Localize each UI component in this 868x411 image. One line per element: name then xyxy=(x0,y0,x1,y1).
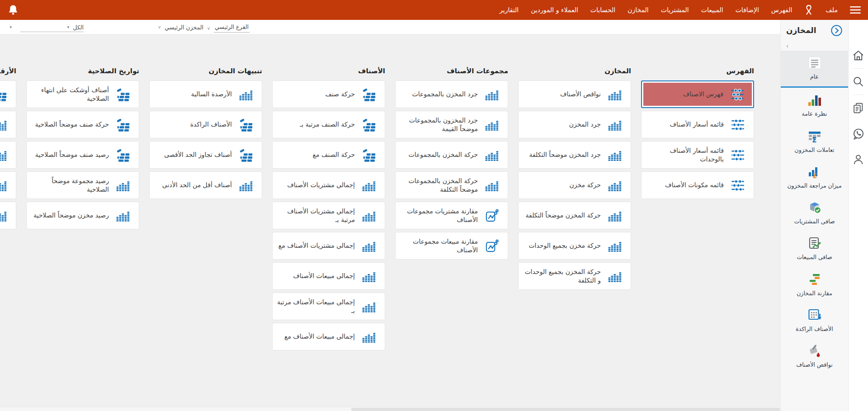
scrollbar-thumb[interactable] xyxy=(351,408,780,411)
report-card[interactable]: إجمالى مشتريات الأصناف xyxy=(272,171,385,199)
report-card[interactable]: فهرس الاصناف xyxy=(641,80,754,108)
card-label: إجمالى مشتريات الأصناف مرتبة بـ xyxy=(275,207,355,223)
scope-select[interactable]: ▾ الكل xyxy=(20,23,84,32)
equalizer-icon xyxy=(360,300,377,313)
card-label: إجمالى مشتريات الأصناف مع xyxy=(278,241,355,250)
nav-item-7[interactable]: العملاء و الموردين xyxy=(531,6,578,14)
report-card[interactable]: حركة مخزن بجميع الوحدات xyxy=(518,232,631,260)
report-card[interactable]: جرد المخزن بالمجموعات xyxy=(395,80,508,108)
report-card[interactable]: إجمالى مشتريات الأصناف مرتبة بـ xyxy=(272,202,385,229)
sidebar-item-6[interactable]: مقارنة المخازن xyxy=(781,267,848,303)
report-card[interactable]: الأرصدة السالبة xyxy=(149,80,262,108)
report-card[interactable]: جرد المخزن xyxy=(518,111,631,138)
equalizer-icon xyxy=(360,209,377,222)
sidebar-item-3[interactable]: Σميزان مراجعة المخزون xyxy=(781,160,848,195)
card-label: حركة صنف xyxy=(325,90,355,98)
report-card[interactable]: حركة الصنف مرتبة بـ xyxy=(272,111,385,138)
module-header: المخازن xyxy=(781,20,848,41)
report-card[interactable] xyxy=(0,141,16,169)
report-card[interactable]: إجمالى مبيعات الأصناف مع xyxy=(272,323,385,350)
equalizer-icon xyxy=(606,239,623,253)
equalizer-icon xyxy=(606,209,623,222)
report-card[interactable]: حركة المخزن بالمجموعات موضحاً التكلفة xyxy=(395,171,508,199)
nav-item-1[interactable]: الفهرس xyxy=(771,6,793,14)
nav-item-2[interactable]: الإضافات xyxy=(736,6,759,14)
sidebar-collapse-toggle[interactable]: › xyxy=(781,41,848,51)
quick-access-strip xyxy=(848,20,868,411)
warehouse-select[interactable]: ∨ المخزن الرئيسي xyxy=(148,23,203,31)
sidebar-item-7[interactable]: الأصناف الراكدة xyxy=(781,303,848,339)
nav-item-3[interactable]: المبيعات xyxy=(701,6,723,14)
report-card[interactable]: الأصناف الراكدة xyxy=(149,111,262,138)
card-label: حركة المخزن بجميع الوحدات و التكلفة xyxy=(521,268,601,284)
report-card[interactable]: قائمه مكونات الأصناف xyxy=(641,171,754,199)
bricks-icon xyxy=(360,118,377,132)
strip-person-button[interactable] xyxy=(849,146,868,172)
report-card[interactable] xyxy=(0,80,16,108)
nav-item-4[interactable]: المشتريات xyxy=(661,6,689,14)
card-label: الأرصدة السالبة xyxy=(191,90,232,98)
sidebar-item-label: الأصناف الراكدة xyxy=(796,326,833,333)
chevron-down-icon: ∨ xyxy=(207,24,210,33)
nav-item-6[interactable]: الحسابات xyxy=(590,6,615,14)
sidebar-item-2[interactable]: Σتعاملات المخزون xyxy=(781,124,848,160)
report-card[interactable]: حركة مخزن xyxy=(518,171,631,199)
report-card[interactable]: رصيد صنف موضحاً الصلاحية xyxy=(26,141,139,169)
nav-item-8[interactable]: التقارير xyxy=(500,6,519,14)
equalizer-icon xyxy=(360,239,377,253)
report-card[interactable]: حركة صنف xyxy=(272,80,385,108)
report-card[interactable]: قائمه أسعار الأصناف xyxy=(641,111,754,138)
notifications-bell-icon[interactable] xyxy=(7,4,19,16)
report-card[interactable]: حركة المخزن موضحاً التكلفة xyxy=(518,202,631,229)
strip-home-button[interactable] xyxy=(849,43,868,68)
report-card[interactable]: أصناف أوشكت على انتهاء الصلاحية xyxy=(26,80,139,108)
strip-copy-button[interactable] xyxy=(849,95,868,121)
report-card[interactable]: مقارنة مشتريات مجموعات الأصناف xyxy=(395,202,508,229)
report-card[interactable] xyxy=(0,202,16,229)
report-card[interactable]: أصناف أقل من الحد الأدنى xyxy=(149,171,262,199)
report-card[interactable]: مقارنة مبيعات مجموعات الأصناف xyxy=(395,232,508,260)
nav-item-0[interactable]: ملف xyxy=(826,6,838,14)
sidebar-item-5[interactable]: صافى المبيعات xyxy=(781,231,848,267)
sidebar-item-8[interactable]: نواقص الأصناف xyxy=(781,339,848,374)
report-card[interactable]: أصناف تجاوز الحد الأقصى xyxy=(149,141,262,169)
report-card[interactable]: حركة المخزن بجميع الوحدات و التكلفة xyxy=(518,262,631,290)
collapsed-select[interactable]: ▾ xyxy=(3,23,12,31)
equalizer-icon xyxy=(0,179,9,192)
equalizer-icon xyxy=(237,179,255,192)
strip-search-button[interactable] xyxy=(849,69,868,94)
circle-arrow-right-icon[interactable] xyxy=(830,24,843,37)
report-card[interactable]: إجمالى مبيعات الأصناف xyxy=(272,262,385,290)
report-card[interactable] xyxy=(0,111,16,138)
report-card[interactable]: حركة صنف موضحاً الصلاحية xyxy=(26,111,139,138)
strip-whatsapp-button[interactable] xyxy=(849,121,868,146)
report-card[interactable]: جرد المخزون بالمجموعات موضحاً القيمة xyxy=(395,111,508,138)
report-card[interactable]: جرد المخزن موضحاً التكلفة xyxy=(518,141,631,169)
report-card[interactable] xyxy=(0,171,16,199)
report-card[interactable]: رصيد مجموعة موضحاً الصلاحية xyxy=(26,171,139,199)
equalizer-icon xyxy=(606,179,623,192)
doc-arrow-icon xyxy=(807,236,822,250)
svg-text:Σ: Σ xyxy=(812,136,816,143)
sidebar-item-0[interactable]: عام xyxy=(781,51,848,88)
report-card[interactable]: نواقص الأصناف xyxy=(518,80,631,108)
report-column-4: تنبيهات المخازنالأرصدة السالبة الأصناف ا… xyxy=(149,67,262,411)
horizontal-scrollbar[interactable] xyxy=(0,407,780,411)
report-card[interactable]: قائمه أسعار الأصناف بالوحدات xyxy=(641,141,754,169)
sidebar-item-4[interactable]: صافى المشتريات xyxy=(781,195,848,231)
report-card[interactable]: إجمالى مشتريات الأصناف مع xyxy=(272,232,385,260)
nav-item-5[interactable]: المخازن xyxy=(627,6,649,14)
column-header: الفهرس xyxy=(641,67,754,76)
sidebar-item-1[interactable]: نظرة عامة xyxy=(781,88,848,123)
report-card[interactable]: رصيد مخزن موضحاً الصلاحية xyxy=(26,202,139,229)
report-card[interactable]: حركة الصنف مع xyxy=(272,141,385,169)
report-card[interactable]: حركة المخزن بالمجموعات xyxy=(395,141,508,169)
app-root: { "colors": { "accent_orange": "#c2390a"… xyxy=(0,0,868,411)
column-cards: الأرصدة السالبة الأصناف الراكدة أصناف تج… xyxy=(149,80,262,199)
bricks-icon xyxy=(114,118,132,132)
card-label: فهرس الاصناف xyxy=(683,90,723,98)
hamburger-menu-icon[interactable] xyxy=(850,5,861,14)
report-card[interactable]: إجمالى مبيعات الأصناف مرتبة بـ xyxy=(272,293,385,320)
caret-down-icon: ▾ xyxy=(67,23,70,31)
svg-text:Σ: Σ xyxy=(812,172,817,179)
